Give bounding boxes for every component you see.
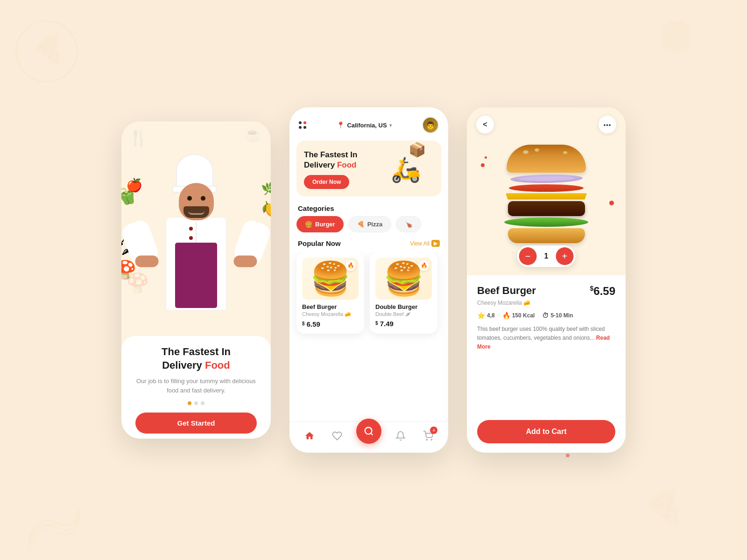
svg-text:🍕: 🍕 <box>644 488 685 526</box>
nav-bell-icon[interactable] <box>392 427 409 444</box>
order-now-button[interactable]: Order Now <box>304 175 349 189</box>
stat-time: ⏱ 5-10 Min <box>542 312 573 319</box>
svg-point-0 <box>16 21 77 82</box>
rating-value: 4,8 <box>487 312 495 319</box>
get-started-button[interactable]: Get Started <box>135 413 257 434</box>
fire-badge-1: 🔥 <box>345 260 356 271</box>
chef-apron <box>175 243 217 308</box>
burger-icon: 🍔 <box>305 221 312 228</box>
splat-1 <box>481 163 485 167</box>
calories-value: 150 Kcal <box>512 312 535 319</box>
food-name-2: Double Burger <box>375 303 432 310</box>
cheese-layer <box>506 193 587 200</box>
food-name-1: Beef Burger <box>302 303 359 310</box>
patty-layer <box>508 201 585 216</box>
splash-subtitle: Our job is to filling your tummy with de… <box>135 377 257 395</box>
hero-scooter-illustration: 📦 🛵 <box>378 155 434 184</box>
popular-header: Popular Now View All ▶ <box>289 237 448 252</box>
app-inner: 📍 California, US ▾ 👨 The Fastest In Deli… <box>289 107 448 453</box>
phones-container: 🍴 ☕ 🍄 <box>121 107 626 453</box>
splash-bottom-card: The Fastest In Delivery Food Our job is … <box>121 336 271 439</box>
location-badge[interactable]: 📍 California, US ▾ <box>337 121 391 129</box>
chicken-icon: 🍗 <box>405 221 412 228</box>
food-card-beef-burger[interactable]: 🔥 🍔 Beef Burger Cheesy Mozarella 🧀 $ 6.5… <box>296 252 364 334</box>
time-value: 5-10 Min <box>550 312 573 319</box>
category-chicken[interactable]: 🍗 <box>396 216 421 232</box>
food-desc-2: Double Beef 🌶 <box>375 311 432 317</box>
dot-3 <box>201 401 204 405</box>
category-pizza[interactable]: 🍕 Pizza <box>348 216 392 232</box>
location-pin-icon: 📍 <box>337 121 345 129</box>
view-all-button[interactable]: View All ▶ <box>410 240 440 247</box>
item-subtitle: Cheesy Mozarella 🧀 <box>477 300 615 306</box>
phone-1-splash: 🍴 ☕ 🍄 <box>121 121 271 439</box>
burger-emoji-1: 🍔 <box>310 259 351 298</box>
view-all-box-icon: ▶ <box>431 240 440 247</box>
svg-line-5 <box>371 433 373 435</box>
detail-bottom: Beef Burger $6.59 Cheesy Mozarella 🧀 ⭐ 4… <box>467 275 626 453</box>
phone-2-main: 📍 California, US ▾ 👨 The Fastest In Deli… <box>289 107 448 453</box>
splat-2 <box>485 156 487 159</box>
detail-header: < ••• <box>467 107 626 142</box>
food-card-double-burger[interactable]: 🔥 🍔 Double Burger Double Beef 🌶 $ 7.49 <box>370 252 437 334</box>
chevron-down-icon: ▾ <box>389 123 392 128</box>
hero-title: The Fastest In Delivery Food <box>304 150 378 170</box>
back-button[interactable]: < <box>476 116 494 133</box>
svg-text:🍔: 🍔 <box>658 21 693 54</box>
item-stats-row: ⭐ 4,8 🔥 150 Kcal ⏱ 5-10 Min <box>477 312 615 319</box>
nav-cart-icon[interactable]: 4 <box>420 427 437 444</box>
quantity-minus-button[interactable]: − <box>519 247 537 265</box>
clock-icon: ⏱ <box>542 312 549 319</box>
food-card-image-1: 🔥 🍔 <box>302 258 359 300</box>
stat-calories: 🔥 150 Kcal <box>502 312 535 319</box>
splat-3 <box>609 201 614 205</box>
bottom-nav: 4 <box>289 421 448 453</box>
location-text: California, US <box>347 122 387 129</box>
category-burger[interactable]: 🍔 Burger <box>296 216 344 232</box>
splash-title: The Fastest In Delivery Food <box>162 345 231 372</box>
arm-right <box>232 218 271 267</box>
categories-title: Categories <box>289 199 448 216</box>
hero-text: The Fastest In Delivery Food Order Now <box>304 150 378 189</box>
item-name-price-row: Beef Burger $6.59 <box>477 285 615 298</box>
floating-apple: 🍎 <box>125 176 143 194</box>
item-name: Beef Burger <box>477 285 536 297</box>
category-burger-label: Burger <box>315 221 335 228</box>
cart-badge: 4 <box>430 427 437 434</box>
svg-point-6 <box>426 439 427 440</box>
more-options-button[interactable]: ••• <box>599 116 616 133</box>
more-dots-icon: ••• <box>604 121 612 128</box>
category-pizza-label: Pizza <box>367 221 383 228</box>
floating-leaf: 🌿 <box>261 181 271 196</box>
categories-row: 🍔 Burger 🍕 Pizza 🍗 <box>289 216 448 237</box>
chef-head <box>179 183 214 220</box>
tomato-layer <box>509 184 584 192</box>
food-desc-1: Cheesy Mozarella 🧀 <box>302 311 359 317</box>
menu-dots-icon[interactable] <box>299 121 306 129</box>
nav-search-fab[interactable] <box>356 419 381 444</box>
fire-icon: 🔥 <box>502 312 510 319</box>
avatar[interactable]: 👨 <box>422 117 439 133</box>
dot-1 <box>188 401 191 405</box>
phone-3-wrapper: < ••• <box>467 107 626 453</box>
bun-top <box>507 145 586 173</box>
dot-2 <box>194 401 198 405</box>
floating-lemon: 🍋 <box>260 198 271 220</box>
hero-banner: The Fastest In Delivery Food Order Now 📦… <box>296 140 441 196</box>
decor-fork: 🍴 <box>128 128 149 147</box>
stat-rating: ⭐ 4,8 <box>477 312 495 319</box>
pizza-icon: 🍕 <box>357 221 365 228</box>
nav-home-icon[interactable] <box>301 427 318 444</box>
svg-point-7 <box>431 439 432 440</box>
add-to-cart-button[interactable]: Add to Cart <box>477 420 615 443</box>
decor-cup: ☕ <box>244 126 261 142</box>
food-price-2: $ 7.49 <box>375 320 432 328</box>
bun-bottom <box>508 228 585 243</box>
dots-indicator <box>188 401 204 405</box>
burger-emoji-2: 🍔 <box>383 259 424 298</box>
burger-hero-area: < ••• <box>467 107 626 275</box>
phone-3-detail: < ••• <box>467 107 626 453</box>
app-header: 📍 California, US ▾ 👨 <box>289 107 448 138</box>
quantity-plus-button[interactable]: + <box>556 247 573 265</box>
nav-heart-icon[interactable] <box>329 427 345 444</box>
